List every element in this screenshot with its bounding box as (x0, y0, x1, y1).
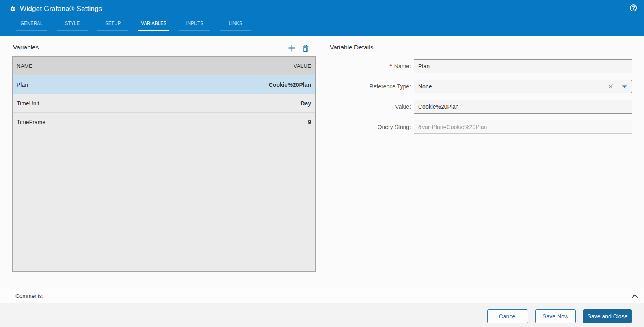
cancel-button[interactable]: Cancel (487, 309, 528, 323)
delete-variable-icon[interactable] (303, 45, 309, 52)
required-asterisk: * (389, 62, 392, 70)
variables-table-header: NAME VALUE (13, 57, 315, 75)
value-input[interactable] (414, 100, 632, 114)
dialog-content: Variables NAME VALUE Plan Cookie%20Plan … (0, 0, 644, 253)
tab-general[interactable]: GENERAL (11, 17, 52, 31)
dialog-titlebar: Widget Grafana® Settings ? GENERAL STYLE… (0, 0, 644, 36)
tab-setup[interactable]: SETUP (93, 17, 134, 31)
tab-links[interactable]: LINKS (215, 17, 256, 31)
query-string-input[interactable] (414, 120, 632, 134)
row-name: TimeFrame (17, 119, 45, 125)
table-row-timeframe[interactable]: TimeFrame 9 (13, 113, 315, 131)
name-input[interactable] (414, 59, 632, 73)
tab-variables[interactable]: VARIABLES (134, 17, 175, 31)
row-value: Cookie%20Plan (269, 82, 311, 88)
row-name: TimeUnit (17, 100, 39, 107)
variables-table: NAME VALUE Plan Cookie%20Plan TimeUnit D… (12, 56, 316, 272)
help-icon[interactable]: ? (630, 4, 637, 11)
tab-inputs[interactable]: INPUTS (174, 17, 215, 31)
details-panel-title: Variable Details (330, 44, 373, 51)
gear-icon (10, 6, 15, 11)
save-now-button[interactable]: Save Now (535, 309, 576, 323)
chevron-up-icon[interactable] (631, 294, 638, 298)
dialog-footer: Cancel Save Now Save and Close (0, 303, 644, 327)
reference-type-combobox[interactable]: None (414, 80, 632, 93)
save-and-close-button[interactable]: Save and Close (583, 309, 632, 323)
value-label: Value: (330, 103, 411, 110)
clear-icon[interactable] (605, 80, 617, 93)
table-row-timeunit[interactable]: TimeUnit Day (13, 94, 315, 113)
query-string-label: Query String: (330, 124, 411, 130)
tab-style[interactable]: STYLE (52, 17, 93, 31)
dropdown-button[interactable] (617, 80, 632, 93)
row-name: Plan (17, 82, 28, 88)
svg-text:?: ? (631, 5, 635, 11)
column-name: NAME (17, 63, 32, 69)
column-value: VALUE (294, 63, 311, 69)
comments-bar: Comments: (0, 289, 644, 303)
tab-bar: GENERAL STYLE SETUP VARIABLES INPUTS LIN… (11, 17, 256, 31)
table-row-plan[interactable]: Plan Cookie%20Plan (13, 75, 315, 94)
comments-label: Comments: (15, 293, 43, 299)
row-value: Day (300, 100, 311, 107)
add-variable-icon[interactable] (288, 44, 296, 52)
variables-panel-title: Variables (13, 44, 39, 51)
reference-type-label: Reference Type: (330, 83, 411, 90)
dialog-title: Widget Grafana® Settings (20, 5, 102, 13)
row-value: 9 (308, 119, 311, 125)
reference-type-value: None (414, 83, 605, 90)
caret-down-icon (622, 85, 627, 88)
name-label: *Name: (330, 63, 411, 69)
